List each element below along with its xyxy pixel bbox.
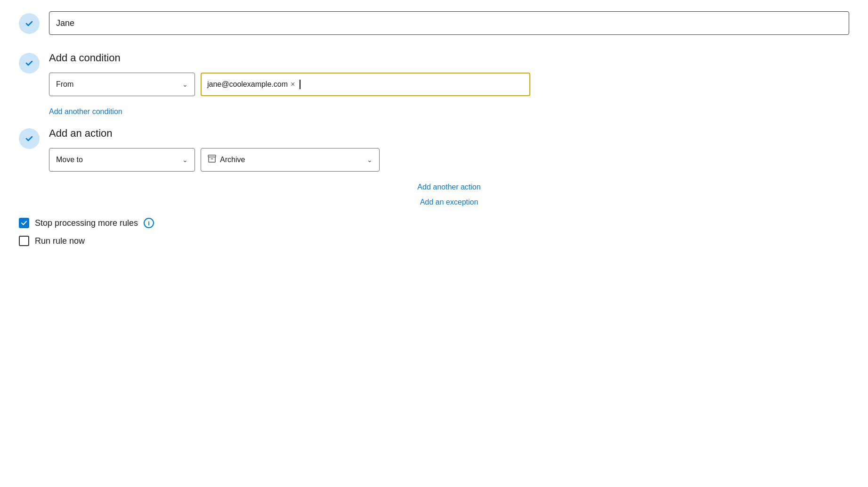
email-value-input[interactable]: jane@coolexample.com × — [201, 73, 530, 96]
email-tag-value: jane@coolexample.com — [207, 80, 288, 89]
add-exception-button[interactable]: Add an exception — [49, 196, 849, 208]
condition-section: Add a condition From ⌄ jane@coolexample.… — [19, 52, 849, 118]
action-row: Move to ⌄ Archive ⌄ — [49, 148, 849, 172]
condition-type-label: From — [56, 80, 73, 89]
checkbox-section: Stop processing more rules i Run rule no… — [19, 218, 849, 246]
stop-processing-info-icon[interactable]: i — [144, 218, 154, 228]
action-title: Add an action — [49, 127, 849, 140]
add-condition-button[interactable]: Add another condition — [49, 106, 122, 118]
action-type-label: Move to — [56, 156, 83, 164]
text-cursor — [300, 80, 300, 89]
condition-content: Add a condition From ⌄ jane@coolexample.… — [49, 52, 849, 118]
action-target-chevron-icon: ⌄ — [367, 156, 373, 164]
email-tag-close-icon[interactable]: × — [291, 81, 295, 88]
action-type-chevron-icon: ⌄ — [182, 156, 188, 164]
stop-processing-row: Stop processing more rules i — [19, 218, 849, 228]
condition-row: From ⌄ jane@coolexample.com × — [49, 73, 849, 96]
email-tag: jane@coolexample.com × — [207, 80, 295, 89]
action-section: Add an action Move to ⌄ Archive — [19, 127, 849, 208]
stop-processing-checkbox[interactable] — [19, 218, 29, 228]
action-links: Add another action Add an exception — [49, 179, 849, 208]
condition-title: Add a condition — [49, 52, 849, 64]
run-rule-now-row: Run rule now — [19, 236, 849, 246]
info-letter: i — [148, 220, 150, 227]
condition-type-chevron-icon: ⌄ — [182, 81, 188, 88]
run-rule-now-label: Run rule now — [35, 236, 85, 246]
action-target-dropdown[interactable]: Archive ⌄ — [201, 148, 380, 172]
action-content: Add an action Move to ⌄ Archive — [49, 127, 849, 208]
rule-name-input[interactable] — [49, 11, 849, 35]
condition-check-icon — [19, 53, 40, 74]
run-rule-now-checkbox[interactable] — [19, 236, 29, 246]
condition-type-dropdown[interactable]: From ⌄ — [49, 73, 195, 96]
stop-processing-label: Stop processing more rules — [35, 218, 138, 228]
action-target-label: Archive — [220, 156, 245, 164]
action-check-icon — [19, 128, 40, 149]
archive-box-icon — [208, 155, 216, 165]
action-type-dropdown[interactable]: Move to ⌄ — [49, 148, 195, 172]
rule-name-section — [19, 11, 849, 35]
svg-rect-0 — [208, 155, 216, 157]
add-action-button[interactable]: Add another action — [49, 181, 849, 193]
action-target-content: Archive — [208, 155, 245, 165]
rule-name-check-icon — [19, 13, 40, 34]
